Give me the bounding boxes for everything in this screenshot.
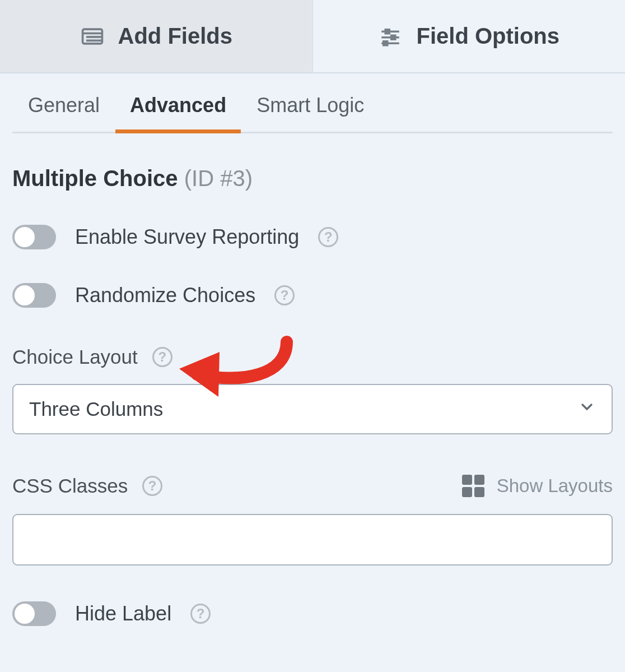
row-hide-label: Hide Label ? — [12, 601, 613, 626]
subtab-general[interactable]: General — [28, 94, 100, 132]
show-layouts-label: Show Layouts — [497, 475, 613, 497]
help-icon[interactable]: ? — [190, 604, 211, 624]
help-icon[interactable]: ? — [142, 476, 162, 496]
panel-top-tabs: Add Fields Field Options — [0, 0, 625, 73]
subtab-smart-logic[interactable]: Smart Logic — [256, 94, 364, 132]
label-hide-label: Hide Label — [75, 602, 171, 625]
row-enable-survey: Enable Survey Reporting ? — [12, 225, 613, 249]
label-choice-layout-row: Choice Layout ? — [12, 346, 613, 368]
label-randomize: Randomize Choices — [75, 284, 255, 307]
chevron-down-icon — [578, 398, 596, 420]
show-layouts-button[interactable]: Show Layouts — [462, 475, 613, 497]
field-type-name: Multiple Choice — [12, 166, 178, 191]
label-css-classes: CSS Classes — [12, 475, 128, 497]
label-choice-layout: Choice Layout — [12, 346, 138, 368]
select-choice-layout[interactable]: Three Columns — [12, 384, 613, 434]
tab-field-options-label: Field Options — [416, 24, 559, 49]
tab-field-options[interactable]: Field Options — [313, 0, 626, 72]
help-icon[interactable]: ? — [274, 285, 295, 305]
svg-rect-7 — [391, 35, 395, 39]
label-enable-survey: Enable Survey Reporting — [75, 225, 299, 249]
field-title: Multiple Choice (ID #3) — [12, 166, 613, 191]
sliders-icon — [378, 24, 403, 49]
select-choice-layout-value: Three Columns — [29, 398, 163, 420]
row-randomize: Randomize Choices ? — [12, 283, 613, 308]
tab-add-fields-label: Add Fields — [118, 24, 232, 49]
subtab-advanced[interactable]: Advanced — [130, 94, 226, 132]
sub-tabs: General Advanced Smart Logic — [12, 90, 613, 133]
field-id-label: (ID #3) — [184, 166, 253, 191]
toggle-enable-survey[interactable] — [12, 225, 56, 249]
help-icon[interactable]: ? — [318, 227, 338, 247]
tab-add-fields[interactable]: Add Fields — [0, 0, 312, 72]
list-form-icon — [80, 24, 105, 49]
toggle-hide-label[interactable] — [12, 601, 56, 626]
svg-rect-9 — [384, 41, 388, 45]
layouts-grid-icon — [462, 475, 484, 497]
svg-rect-5 — [386, 29, 390, 33]
input-css-classes[interactable] — [12, 514, 613, 566]
help-icon[interactable]: ? — [152, 347, 172, 367]
toggle-randomize[interactable] — [12, 283, 56, 308]
content-area: General Advanced Smart Logic Multiple Ch… — [0, 73, 625, 626]
row-css-classes: CSS Classes ? Show Layouts — [12, 475, 613, 497]
